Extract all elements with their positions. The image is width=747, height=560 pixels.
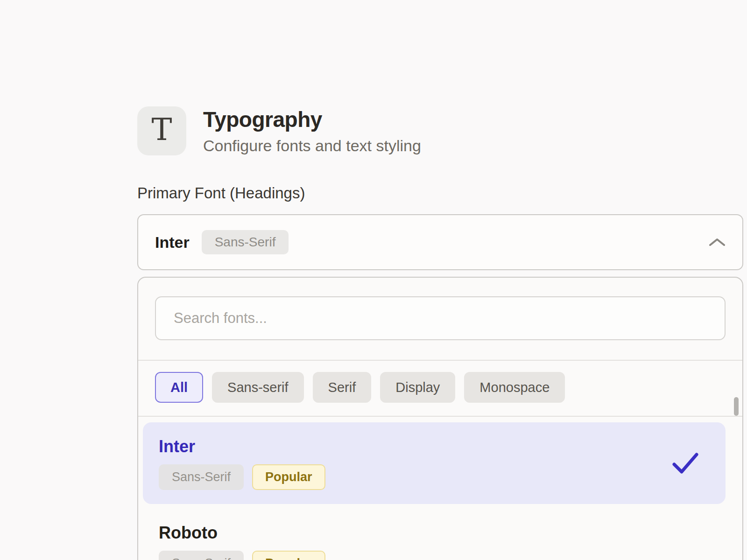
filter-chip-display[interactable]: Display: [380, 372, 455, 403]
typography-icon-tile: T: [137, 106, 186, 155]
page-title: Typography: [203, 107, 421, 132]
filter-chip-serif[interactable]: Serif: [313, 372, 372, 403]
popular-badge: Popular: [252, 551, 325, 560]
popular-badge: Popular: [252, 464, 325, 490]
font-search-input[interactable]: [155, 296, 726, 340]
font-filter-row: All Sans-serif Serif Display Monospace: [138, 361, 742, 417]
font-category-badge: Sans-Serif: [159, 551, 244, 560]
typography-settings-section: T Typography Configure fonts and text st…: [137, 106, 743, 560]
filter-chip-monospace[interactable]: Monospace: [464, 372, 565, 403]
check-icon: [672, 452, 698, 475]
chevron-up-icon[interactable]: [709, 238, 726, 246]
font-search-section: [138, 278, 742, 361]
scrollbar-thumb[interactable]: [734, 397, 739, 416]
primary-font-select[interactable]: Inter Sans-Serif: [137, 214, 743, 270]
font-option-badges: Sans-Serif Popular: [159, 464, 710, 490]
section-header: T Typography Configure fonts and text st…: [137, 106, 743, 155]
text-icon: T: [151, 114, 172, 148]
font-option-inter[interactable]: Inter Sans-Serif Popular: [143, 422, 726, 504]
primary-font-label: Primary Font (Headings): [137, 184, 743, 202]
font-category-badge: Sans-Serif: [159, 464, 244, 490]
font-option-name: Inter: [159, 436, 710, 457]
header-text: Typography Configure fonts and text styl…: [203, 107, 421, 155]
font-option-badges: Sans-Serif Popular: [159, 551, 710, 560]
selected-font-name: Inter: [155, 233, 190, 252]
filter-chip-all[interactable]: All: [155, 372, 203, 403]
font-dropdown-panel: All Sans-serif Serif Display Monospace I…: [137, 277, 743, 560]
selected-font-category-badge: Sans-Serif: [202, 230, 289, 254]
page-subtitle: Configure fonts and text styling: [203, 137, 421, 155]
font-option-list: Inter Sans-Serif Popular Roboto Sans-Ser…: [138, 417, 742, 560]
font-option-roboto[interactable]: Roboto Sans-Serif Popular: [143, 509, 726, 560]
font-option-name: Roboto: [159, 523, 710, 543]
filter-chip-sans-serif[interactable]: Sans-serif: [212, 372, 304, 403]
